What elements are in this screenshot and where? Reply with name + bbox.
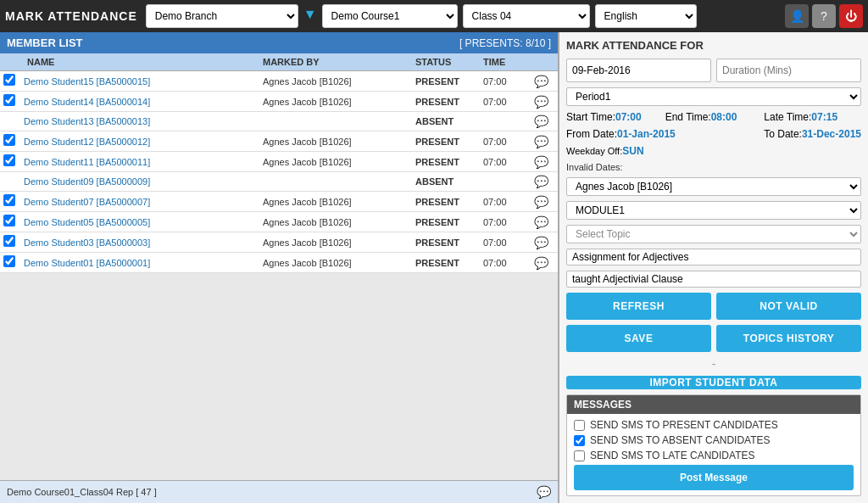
row-checkbox-cell[interactable]	[3, 154, 24, 169]
message-icon[interactable]: 💬	[534, 236, 554, 249]
msg-present-checkbox[interactable]	[574, 420, 585, 431]
marked-by-cell: Agnes Jacob [B1026]	[263, 258, 415, 268]
language-select[interactable]: English	[595, 4, 697, 28]
topics-history-button[interactable]: TOPICS HISTORY	[716, 325, 861, 352]
marked-by-cell: Agnes Jacob [B1026]	[263, 238, 415, 248]
attendance-checkbox[interactable]	[3, 74, 15, 86]
table-row: Demo Student15 [BA5000015]Agnes Jacob [B…	[0, 71, 558, 92]
time-cell: 07:00	[483, 197, 534, 207]
time-cell: 07:00	[483, 76, 534, 87]
time-cell: 07:00	[483, 97, 534, 107]
period-select[interactable]: Period1	[566, 87, 861, 106]
instructor-select[interactable]: Agnes Jacob [B1026]	[566, 177, 861, 196]
topic-select[interactable]: Select Topic	[566, 225, 861, 243]
student-name-link[interactable]: Demo Student13 [BA5000013]	[24, 116, 263, 126]
attendance-checkbox[interactable]	[3, 235, 15, 247]
status-cell: PRESENT	[415, 97, 483, 107]
presents-badge: [ PRESENTS: 8/10 ]	[459, 37, 551, 49]
status-cell: PRESENT	[415, 76, 483, 87]
row-checkbox-cell[interactable]	[3, 194, 24, 209]
row-checkbox-cell[interactable]	[3, 74, 24, 88]
message-icon[interactable]: 💬	[534, 215, 554, 229]
attendance-checkbox[interactable]	[3, 94, 15, 106]
course-select[interactable]: Demo Course1	[322, 4, 458, 28]
student-name-link[interactable]: Demo Student03 [BA5000003]	[24, 238, 263, 248]
import-button[interactable]: IMPORT STUDENT DATA	[566, 376, 861, 389]
row-checkbox-cell[interactable]	[3, 134, 24, 148]
table-row: Demo Student05 [BA5000005]Agnes Jacob [B…	[0, 212, 558, 232]
message-icon[interactable]: 💬	[534, 175, 554, 188]
header: MARK ATTENDANCE Demo Branch ▼ Demo Cours…	[0, 0, 868, 32]
from-date: From Date:01-Jan-2015	[566, 128, 676, 140]
class-select[interactable]: Class 04	[463, 4, 590, 28]
messages-section: MESSAGES SEND SMS TO PRESENT CANDIDATES …	[566, 394, 861, 496]
msg-late-row[interactable]: SEND SMS TO LATE CANDIDATES	[574, 450, 854, 461]
table-row: Demo Student03 [BA5000003]Agnes Jacob [B…	[0, 232, 558, 253]
attendance-checkbox[interactable]	[3, 215, 15, 226]
date-input[interactable]	[566, 59, 711, 82]
student-name-link[interactable]: Demo Student07 [BA5000007]	[24, 197, 263, 207]
user-icon[interactable]: 👤	[785, 4, 809, 28]
footer-message-icon[interactable]: 💬	[537, 485, 551, 499]
message-icon[interactable]: 💬	[534, 135, 554, 148]
col-status: STATUS	[415, 57, 483, 67]
student-name-link[interactable]: Demo Student05 [BA5000005]	[24, 217, 263, 227]
course-arrow-icon: ▼	[303, 7, 317, 22]
time-cell: 07:00	[483, 217, 534, 227]
msg-present-row[interactable]: SEND SMS TO PRESENT CANDIDATES	[574, 419, 854, 431]
table-row: Demo Student07 [BA5000007]Agnes Jacob [B…	[0, 192, 558, 212]
message-icon[interactable]: 💬	[534, 75, 554, 88]
col-check	[3, 57, 24, 67]
status-cell: ABSENT	[415, 176, 483, 187]
message-icon[interactable]: 💬	[534, 155, 554, 169]
member-list-title: MEMBER LIST	[7, 36, 83, 49]
notes-input[interactable]	[566, 271, 861, 288]
message-icon[interactable]: 💬	[534, 95, 554, 109]
member-list-header: MEMBER LIST [ PRESENTS: 8/10 ]	[0, 32, 558, 53]
table-row: Demo Student13 [BA5000013]ABSENT💬	[0, 112, 558, 131]
refresh-button[interactable]: REFRESH	[566, 293, 711, 320]
main-layout: MEMBER LIST [ PRESENTS: 8/10 ] NAME MARK…	[0, 32, 868, 503]
row-checkbox-cell[interactable]	[3, 94, 24, 109]
right-panel: MARK ATTENDANCE FOR Period1 Start Time:0…	[559, 32, 868, 503]
student-name-link[interactable]: Demo Student12 [BA5000012]	[24, 137, 263, 147]
power-icon[interactable]: ⏻	[839, 4, 863, 28]
attendance-checkbox[interactable]	[3, 194, 15, 206]
to-date: To Date:31-Dec-2015	[764, 128, 861, 140]
row-checkbox-cell[interactable]	[3, 215, 24, 229]
message-icon[interactable]: 💬	[534, 195, 554, 209]
assignment-input[interactable]	[566, 249, 861, 265]
row-checkbox-cell[interactable]	[3, 255, 24, 270]
table-row: Demo Student09 [BA5000009]ABSENT💬	[0, 172, 558, 192]
student-name-link[interactable]: Demo Student11 [BA5000011]	[24, 157, 263, 167]
save-button[interactable]: SAVE	[566, 325, 711, 352]
time-info: Start Time:07:00 End Time:08:00 Late Tim…	[566, 111, 861, 123]
student-name-link[interactable]: Demo Student15 [BA5000015]	[24, 76, 263, 87]
attendance-checkbox[interactable]	[3, 255, 15, 267]
header-icons: 👤 ? ⏻	[785, 4, 863, 28]
message-icon[interactable]: 💬	[534, 256, 554, 270]
row-checkbox-cell[interactable]	[3, 235, 24, 249]
post-message-button[interactable]: Post Message	[574, 465, 854, 490]
attendance-checkbox[interactable]	[3, 134, 15, 146]
invalid-dates-label: Invalid Dates:	[566, 162, 861, 172]
student-name-link[interactable]: Demo Student09 [BA5000009]	[24, 176, 263, 187]
msg-late-checkbox[interactable]	[574, 450, 585, 461]
branch-select[interactable]: Demo Branch	[146, 4, 298, 28]
module-select[interactable]: MODULE1	[566, 201, 861, 220]
page-title: MARK ATTENDANCE	[5, 9, 137, 23]
msg-absent-checkbox[interactable]	[574, 435, 585, 446]
message-icon[interactable]: 💬	[534, 115, 554, 128]
msg-absent-row[interactable]: SEND SMS TO ABSENT CANDIDATES	[574, 434, 854, 446]
student-name-link[interactable]: Demo Student14 [BA5000014]	[24, 97, 263, 107]
msg-absent-label: SEND SMS TO ABSENT CANDIDATES	[590, 434, 771, 446]
messages-header: MESSAGES	[567, 395, 860, 414]
late-time-value: 07:15	[811, 111, 837, 123]
status-cell: PRESENT	[415, 238, 483, 248]
col-name: NAME	[24, 57, 263, 67]
duration-input[interactable]	[716, 59, 861, 82]
help-icon[interactable]: ?	[812, 4, 836, 28]
not-valid-button[interactable]: NOT VALID	[716, 293, 861, 320]
student-name-link[interactable]: Demo Student01 [BA5000001]	[24, 258, 263, 268]
attendance-checkbox[interactable]	[3, 154, 15, 166]
